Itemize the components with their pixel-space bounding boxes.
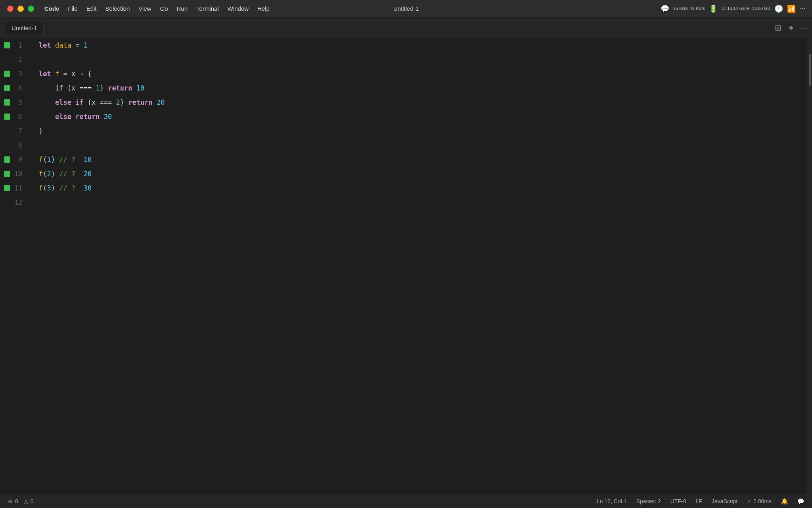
line-number-5: 5 <box>14 95 31 110</box>
feedback-icon[interactable]: 💬 <box>797 498 804 504</box>
warning-count[interactable]: 0 <box>31 498 34 504</box>
line-number-7: 7 <box>14 124 31 138</box>
breakpoint-3[interactable] <box>0 67 14 81</box>
code-content-9: f(1) // ? 10 <box>31 152 806 167</box>
code-line-11: 11f(3) // ? 30 <box>0 181 806 195</box>
menu-window[interactable]: Window <box>224 4 253 13</box>
line-number-12: 12 <box>14 195 31 210</box>
menu-bar: Code File Edit Selection View Go Run Ter… <box>40 4 274 13</box>
line-number-10: 10 <box>14 167 31 181</box>
code-line-4: 4 if (x === 1) return 10 <box>0 81 806 95</box>
breakpoint-10[interactable] <box>0 167 14 181</box>
code-line-9: 9f(1) // ? 10 <box>0 152 806 167</box>
breakpoint-5[interactable] <box>0 95 14 110</box>
close-button[interactable] <box>7 6 13 12</box>
split-editor-button[interactable]: ⊞ <box>775 23 781 33</box>
line-number-11: 11 <box>14 181 31 195</box>
code-line-12: 12 <box>0 195 806 210</box>
code-line-7: 7} <box>0 124 806 138</box>
titlebar: Code File Edit Selection View Go Run Ter… <box>0 0 812 17</box>
code-content-7: } <box>31 124 806 138</box>
breakpoint-11[interactable] <box>0 181 14 195</box>
menu-code[interactable]: Code <box>40 4 63 13</box>
code-content-6: else return 30 <box>31 110 806 124</box>
line-number-3: 3 <box>14 67 31 81</box>
menu-view[interactable]: View <box>134 4 155 13</box>
error-count[interactable]: 0 <box>15 498 18 504</box>
breakpoint-6[interactable] <box>0 110 14 124</box>
more-actions-button[interactable]: ··· <box>801 23 807 32</box>
cursor-position[interactable]: Ln 12, Col 1 <box>597 498 627 504</box>
notifications-icon[interactable]: 🔔 <box>781 498 788 504</box>
dirty-indicator: ● <box>789 23 793 32</box>
tab-bar: Untitled-1 ⊞ ● ··· <box>0 17 812 38</box>
net-stats: 25 KB/s 42 KB/s <box>673 6 705 12</box>
perf-indicator: ✓ 2.00ms <box>747 498 772 504</box>
editor-container: 1let data = 123let f = x ⇒ {4 if (x === … <box>0 38 812 494</box>
line-number-9: 9 <box>14 152 31 167</box>
code-line-6: 6 else return 30 <box>0 110 806 124</box>
status-left: ⊗ 0 △ 0 <box>8 498 34 504</box>
battery-icon: 🔋 <box>709 4 718 13</box>
menu-terminal[interactable]: Terminal <box>192 4 223 13</box>
language-mode[interactable]: JavaScript <box>712 498 737 504</box>
status-right: Ln 12, Col 1 Spaces: 2 UTF-8 LF JavaScri… <box>597 498 804 504</box>
error-icon: ⊗ <box>8 498 13 504</box>
menu-help[interactable]: Help <box>253 4 274 13</box>
code-content-10: f(2) // ? 20 <box>31 167 806 181</box>
code-line-3: 3let f = x ⇒ { <box>0 67 806 81</box>
menu-edit[interactable]: Edit <box>82 4 101 13</box>
clock-icon: 🕛 <box>774 4 783 13</box>
code-content-4: if (x === 1) return 10 <box>31 81 806 95</box>
wechat-icon[interactable]: 💬 <box>661 4 669 13</box>
traffic-lights <box>0 6 34 12</box>
code-area[interactable]: 1let data = 123let f = x ⇒ {4 if (x === … <box>0 38 806 494</box>
line-number-2: 2 <box>14 52 31 67</box>
menu-go[interactable]: Go <box>156 4 172 13</box>
line-number-8: 8 <box>14 138 31 152</box>
tab-right-icons: ⊞ ● ··· <box>775 23 807 33</box>
indentation[interactable]: Spaces: 2 <box>636 498 661 504</box>
code-content-1: let data = 1 <box>31 38 806 52</box>
encoding[interactable]: UTF-8 <box>670 498 686 504</box>
scrollbar[interactable] <box>806 38 812 494</box>
line-number-6: 6 <box>14 110 31 124</box>
line-ending[interactable]: LF <box>695 498 702 504</box>
breakpoint-4[interactable] <box>0 81 14 95</box>
code-content-3: let f = x ⇒ { <box>31 67 806 81</box>
breakpoint-9[interactable] <box>0 152 14 167</box>
status-bar: ⊗ 0 △ 0 Ln 12, Col 1 Spaces: 2 UTF-8 LF … <box>0 494 812 508</box>
code-line-10: 10f(2) // ? 20 <box>0 167 806 181</box>
code-line-5: 5 else if (x === 2) return 20 <box>0 95 806 110</box>
menu-file[interactable]: File <box>64 4 82 13</box>
code-line-8: 8 <box>0 138 806 152</box>
scrollbar-thumb[interactable] <box>809 54 811 86</box>
code-content-5: else if (x === 2) return 20 <box>31 95 806 110</box>
menu-extras-icon[interactable]: ··· <box>800 4 806 13</box>
menu-selection[interactable]: Selection <box>102 4 134 13</box>
editor-tab[interactable]: Untitled-1 <box>5 22 44 34</box>
battery-info: U: 18.14 GB F: 13.86 GB <box>722 6 770 12</box>
breakpoint-1[interactable] <box>0 38 14 52</box>
minimize-button[interactable] <box>17 6 24 12</box>
code-content-11: f(3) // ? 30 <box>31 181 806 195</box>
code-line-2: 2 <box>0 52 806 67</box>
warning-icon: △ <box>24 498 28 504</box>
line-number-4: 4 <box>14 81 31 95</box>
menu-run[interactable]: Run <box>173 4 192 13</box>
wifi-icon: 📶 <box>787 4 796 13</box>
window-title: Untitled-1 <box>393 5 419 12</box>
system-icons: 💬 25 KB/s 42 KB/s 🔋 U: 18.14 GB F: 13.86… <box>661 4 806 13</box>
maximize-button[interactable] <box>28 6 34 12</box>
code-line-1: 1let data = 1 <box>0 38 806 52</box>
tab-label: Untitled-1 <box>11 25 37 31</box>
line-number-1: 1 <box>14 38 31 52</box>
titlebar-right: 💬 25 KB/s 42 KB/s 🔋 U: 18.14 GB F: 13.86… <box>661 4 806 13</box>
